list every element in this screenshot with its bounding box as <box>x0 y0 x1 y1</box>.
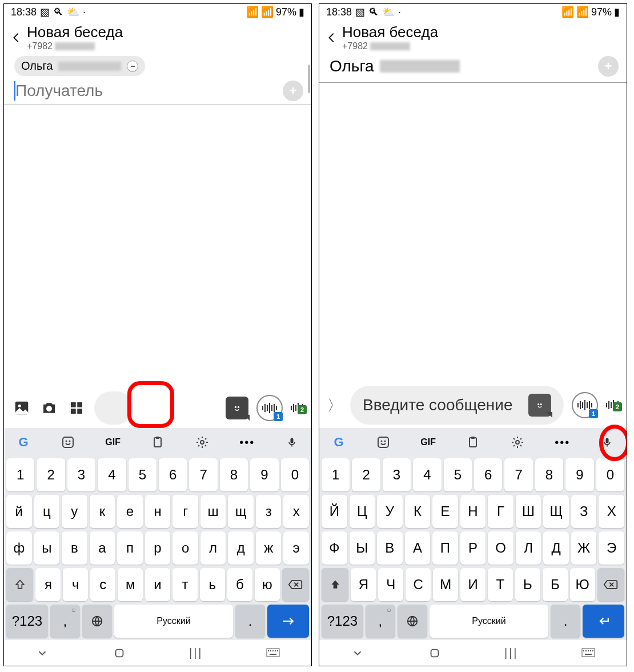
google-icon[interactable]: G <box>11 435 36 450</box>
key-Л[interactable]: Л <box>516 531 541 565</box>
voice-message-button-1[interactable]: 1 <box>572 392 598 418</box>
key-А[interactable]: А <box>405 531 431 565</box>
space-key[interactable]: Русский <box>114 605 233 638</box>
add-recipient-button[interactable]: + <box>598 56 619 77</box>
key-и[interactable]: и <box>145 568 170 601</box>
recipient-input[interactable] <box>15 79 283 102</box>
key-Ю[interactable]: Ю <box>570 568 595 601</box>
key-3[interactable]: 3 <box>383 458 411 491</box>
key-ю[interactable]: ю <box>255 568 280 601</box>
key-2[interactable]: 2 <box>37 458 65 491</box>
key-Х[interactable]: Х <box>599 495 624 528</box>
clipboard-icon[interactable] <box>145 435 170 449</box>
back-button[interactable] <box>322 31 342 44</box>
key-З[interactable]: З <box>571 495 597 528</box>
key-а[interactable]: а <box>90 531 115 565</box>
gallery-button[interactable] <box>12 398 31 418</box>
key-О[interactable]: О <box>488 531 513 565</box>
key-т[interactable]: т <box>172 568 198 601</box>
key-ы[interactable]: ы <box>34 531 60 565</box>
key-к[interactable]: к <box>90 495 115 528</box>
period-key[interactable]: . <box>551 605 580 638</box>
nav-home[interactable] <box>108 647 131 659</box>
key-Ц[interactable]: Ц <box>350 495 375 528</box>
google-icon[interactable]: G <box>326 435 351 450</box>
nav-recent[interactable]: ||| <box>184 646 207 659</box>
key-0[interactable]: 0 <box>281 458 309 491</box>
language-key[interactable] <box>82 605 112 638</box>
key-с[interactable]: с <box>90 568 115 601</box>
key-К[interactable]: К <box>405 495 431 528</box>
key-Н[interactable]: Н <box>460 495 486 528</box>
voice-message-button-2[interactable]: 2 <box>291 403 306 413</box>
key-6[interactable]: 6 <box>474 458 502 491</box>
gif-button[interactable]: GIF <box>416 437 441 447</box>
key-6[interactable]: 6 <box>159 458 187 491</box>
sticker-button[interactable] <box>528 394 551 417</box>
key-р[interactable]: р <box>145 531 171 565</box>
shift-key[interactable] <box>322 568 348 601</box>
key-5[interactable]: 5 <box>444 458 472 491</box>
key-С[interactable]: С <box>406 568 431 601</box>
key-Ш[interactable]: Ш <box>516 495 541 528</box>
expand-button[interactable]: 〉 <box>327 395 342 415</box>
key-Й[interactable]: Й <box>322 495 347 528</box>
key-Г[interactable]: Г <box>488 495 513 528</box>
key-л[interactable]: л <box>200 531 226 565</box>
sticker-button[interactable] <box>226 397 248 419</box>
key-Ф[interactable]: Ф <box>322 531 347 565</box>
nav-recent[interactable]: ||| <box>500 646 523 659</box>
key-я[interactable]: я <box>35 568 61 601</box>
back-button[interactable] <box>6 31 27 44</box>
apps-button[interactable] <box>67 398 86 418</box>
backspace-key[interactable] <box>282 568 309 601</box>
shift-key[interactable] <box>6 568 33 601</box>
key-7[interactable]: 7 <box>189 458 217 491</box>
comma-key[interactable]: ,☺ <box>50 605 80 638</box>
nav-keyboard-icon[interactable] <box>262 648 284 658</box>
key-з[interactable]: з <box>256 495 282 528</box>
key-Щ[interactable]: Щ <box>543 495 569 528</box>
key-Я[interactable]: Я <box>351 568 376 601</box>
key-ф[interactable]: ф <box>6 531 32 565</box>
comma-key[interactable]: ,☺ <box>366 605 395 638</box>
key-п[interactable]: п <box>117 531 143 565</box>
key-щ[interactable]: щ <box>228 495 254 528</box>
key-ь[interactable]: ь <box>200 568 225 601</box>
key-д[interactable]: д <box>228 531 254 565</box>
voice-message-button-1[interactable]: 1 <box>256 395 283 421</box>
enter-key[interactable] <box>583 605 624 638</box>
key-Д[interactable]: Д <box>543 531 569 565</box>
message-input[interactable]: Введите сообщение <box>350 386 564 425</box>
key-х[interactable]: х <box>283 495 309 528</box>
key-4[interactable]: 4 <box>413 458 441 491</box>
symbols-key[interactable]: ?123 <box>6 605 48 638</box>
space-key[interactable]: Русский <box>430 605 548 638</box>
key-ц[interactable]: ц <box>34 495 60 528</box>
gif-button[interactable]: GIF <box>101 437 126 447</box>
key-б[interactable]: б <box>227 568 252 601</box>
add-recipient-button[interactable]: + <box>283 81 303 101</box>
key-г[interactable]: г <box>172 495 198 528</box>
key-в[interactable]: в <box>62 531 87 565</box>
key-Ы[interactable]: Ы <box>350 531 375 565</box>
key-ш[interactable]: ш <box>200 495 226 528</box>
nav-keyboard-icon[interactable] <box>577 648 600 658</box>
key-Ь[interactable]: Ь <box>515 568 540 601</box>
key-1[interactable]: 1 <box>6 458 34 491</box>
voice-message-button-2[interactable]: 2 <box>606 400 621 410</box>
gear-icon[interactable] <box>190 435 215 449</box>
key-3[interactable]: 3 <box>67 458 95 491</box>
nav-hide-keyboard[interactable] <box>31 647 54 659</box>
key-0[interactable]: 0 <box>596 458 624 491</box>
key-о[interactable]: о <box>172 531 198 565</box>
backspace-key[interactable] <box>597 568 624 601</box>
key-7[interactable]: 7 <box>504 458 532 491</box>
key-Ч[interactable]: Ч <box>378 568 403 601</box>
key-9[interactable]: 9 <box>250 458 278 491</box>
key-И[interactable]: И <box>460 568 485 601</box>
key-П[interactable]: П <box>432 531 458 565</box>
symbols-key[interactable]: ?123 <box>322 605 363 638</box>
more-icon[interactable]: ••• <box>550 436 575 449</box>
key-В[interactable]: В <box>377 531 403 565</box>
